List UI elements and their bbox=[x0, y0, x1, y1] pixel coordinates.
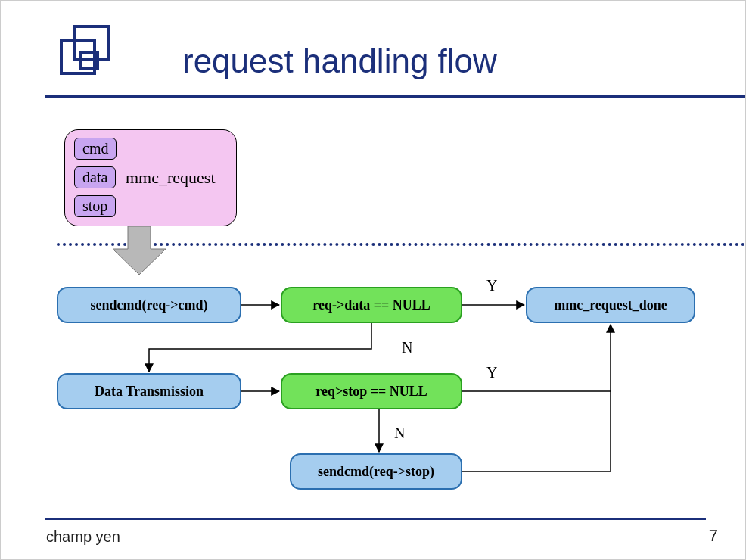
node-reqstop: req>stop == NULL bbox=[281, 373, 462, 409]
node-reqdata: req->data == NULL bbox=[281, 287, 462, 323]
node-sendstop: sendcmd(req->stop) bbox=[290, 453, 462, 490]
node-mmc-done: mmc_request_done bbox=[526, 287, 695, 323]
mmc-field-cmd: cmd bbox=[74, 138, 117, 160]
title-divider bbox=[45, 95, 745, 98]
logo-icon bbox=[52, 22, 119, 89]
edge-label-n1: N bbox=[402, 339, 412, 356]
edge-label-n2: N bbox=[394, 425, 405, 442]
mmc-field-stop: stop bbox=[74, 195, 116, 217]
edge-label-y1: Y bbox=[486, 277, 497, 294]
mmc-request-box: mmc_request cmd data stop bbox=[64, 129, 237, 226]
footer-divider bbox=[45, 518, 706, 520]
mmc-request-label: mmc_request bbox=[126, 168, 216, 188]
footer-author: champ yen bbox=[46, 528, 120, 546]
slide: request handling flow mmc_request cmd da… bbox=[0, 0, 746, 560]
slide-title: request handling flow bbox=[182, 42, 497, 80]
svg-marker-3 bbox=[113, 226, 166, 275]
node-data-trans: Data Transmission bbox=[57, 373, 241, 409]
edge-label-y2: Y bbox=[486, 364, 497, 381]
node-sendcmd: sendcmd(req->cmd) bbox=[57, 287, 241, 323]
page-number: 7 bbox=[709, 526, 718, 546]
arrow-down-icon bbox=[113, 226, 166, 275]
mmc-field-data: data bbox=[74, 166, 116, 188]
